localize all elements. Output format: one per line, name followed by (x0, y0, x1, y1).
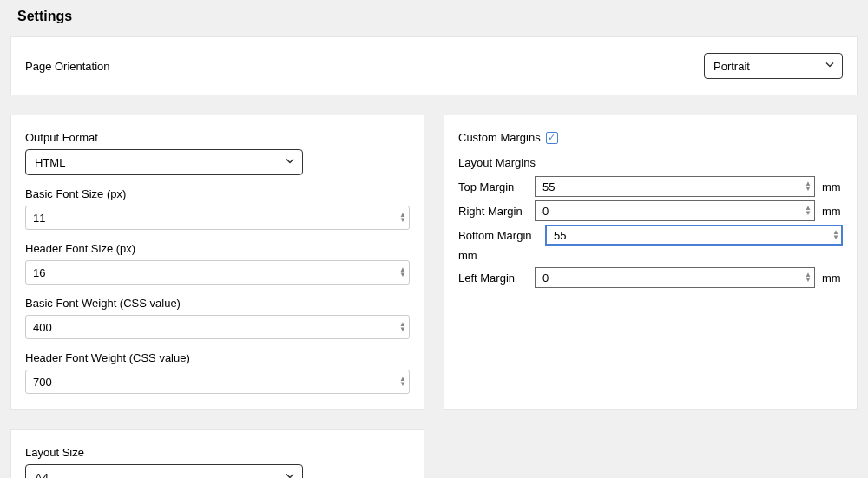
output-format-label: Output Format (25, 131, 410, 144)
header-font-size-input[interactable] (25, 260, 410, 285)
orientation-card: Page Orientation Portrait (10, 36, 858, 95)
layout-size-label: Layout Size (25, 446, 410, 459)
output-format-select[interactable]: HTML (25, 149, 303, 175)
page-orientation-select[interactable]: Portrait (704, 53, 843, 79)
unit-label: mm (822, 205, 843, 218)
bottom-margin-input[interactable] (545, 225, 843, 246)
custom-margins-label: Custom Margins (458, 131, 541, 144)
bottom-margin-label: Bottom Margin (458, 229, 538, 242)
right-margin-label: Right Margin (458, 205, 528, 218)
header-font-weight-input[interactable] (25, 370, 410, 394)
custom-margins-checkbox[interactable]: ✓ (546, 132, 558, 144)
page-orientation-value: Portrait (713, 60, 750, 73)
top-margin-label: Top Margin (458, 180, 528, 193)
layout-size-value: A4 (35, 471, 49, 479)
header-font-size-label: Header Font Size (px) (25, 242, 410, 255)
unit-label: mm (822, 180, 843, 193)
basic-font-size-input[interactable] (25, 206, 410, 230)
layout-size-select[interactable]: A4 (25, 464, 303, 478)
layout-margins-label: Layout Margins (458, 156, 843, 169)
output-card: Output Format HTML Basic Font Size (px) … (10, 115, 424, 410)
basic-font-weight-label: Basic Font Weight (CSS value) (25, 297, 410, 310)
chevron-down-icon (285, 156, 295, 169)
chevron-down-icon (825, 60, 835, 73)
header-font-weight-label: Header Font Weight (CSS value) (25, 351, 410, 364)
page-title: Settings (10, 9, 858, 24)
output-format-value: HTML (35, 156, 65, 169)
layout-size-card: Layout Size A4 (10, 429, 424, 478)
margins-card: Custom Margins ✓ Layout Margins Top Marg… (444, 115, 858, 410)
basic-font-weight-input[interactable] (25, 315, 410, 339)
chevron-down-icon (285, 471, 295, 479)
top-margin-input[interactable] (535, 176, 815, 197)
left-margin-label: Left Margin (458, 272, 528, 285)
left-margin-input[interactable] (535, 267, 815, 288)
unit-label: mm (458, 249, 843, 262)
right-margin-input[interactable] (535, 200, 815, 221)
basic-font-size-label: Basic Font Size (px) (25, 187, 410, 200)
page-orientation-label: Page Orientation (25, 60, 110, 73)
unit-label: mm (822, 272, 843, 285)
